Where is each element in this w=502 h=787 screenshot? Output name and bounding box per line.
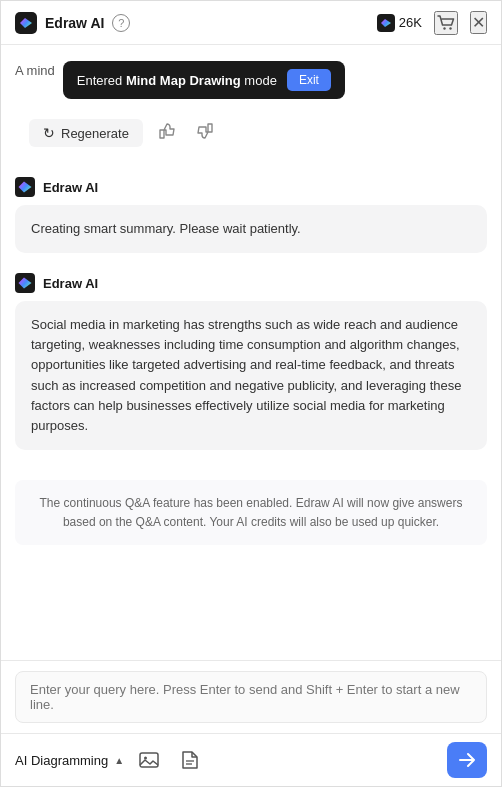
help-icon[interactable]: ? — [112, 14, 130, 32]
message-block-2: Edraw AI Social media in marketing has s… — [15, 273, 487, 450]
thumbs-up-button[interactable] — [153, 117, 181, 149]
regenerate-bar: ↻ Regenerate — [15, 109, 487, 157]
app-logo-icon — [15, 12, 37, 34]
app-title: Edraw AI — [45, 15, 104, 31]
chat-area: A mind Entered Mind Map Drawing mode Exi… — [1, 45, 501, 660]
input-area — [1, 660, 501, 733]
toast-text: Entered Mind Map Drawing mode — [77, 73, 277, 88]
bottom-toolbar: AI Diagramming ▲ — [1, 733, 501, 786]
message-bubble-2: Social media in marketing has strengths … — [15, 301, 487, 450]
sender-row-1: Edraw AI — [15, 177, 487, 197]
image-toolbar-button[interactable] — [134, 745, 164, 775]
message-content-2: Social media in marketing has strengths … — [31, 317, 461, 433]
info-note: The continuous Q&A feature has been enab… — [15, 480, 487, 545]
message-block-1: Edraw AI Creating smart summary. Please … — [15, 177, 487, 253]
credits-count: 26K — [399, 15, 422, 30]
message-content-1: Creating smart summary. Please wait pati… — [31, 221, 301, 236]
sender-name-2: Edraw AI — [43, 276, 98, 291]
svg-point-3 — [449, 27, 451, 29]
regenerate-label: Regenerate — [61, 126, 129, 141]
sender-logo-icon-2 — [15, 273, 35, 293]
header-left: Edraw AI ? — [15, 12, 130, 34]
svg-point-2 — [443, 27, 445, 29]
toast-bold-text: Mind Map Drawing — [126, 73, 241, 88]
svg-rect-6 — [140, 753, 158, 767]
message-bubble-1: Creating smart summary. Please wait pati… — [15, 205, 487, 253]
header-right: 26K ✕ — [377, 11, 487, 35]
app-window: Edraw AI ? — [0, 0, 502, 787]
document-toolbar-button[interactable] — [174, 745, 204, 775]
query-input[interactable] — [15, 671, 487, 723]
thumbs-down-button[interactable] — [191, 117, 219, 149]
sender-logo-icon-1 — [15, 177, 35, 197]
toast-bubble: Entered Mind Map Drawing mode Exit — [63, 61, 345, 99]
exit-button[interactable]: Exit — [287, 69, 331, 91]
ai-diagramming-button[interactable]: AI Diagramming ▲ — [15, 753, 124, 768]
sender-name-1: Edraw AI — [43, 180, 98, 195]
credits-logo-icon — [377, 14, 395, 32]
toast-text-after: mode — [241, 73, 277, 88]
close-button[interactable]: ✕ — [470, 11, 487, 34]
regenerate-icon: ↻ — [43, 125, 55, 141]
regenerate-button[interactable]: ↻ Regenerate — [29, 119, 143, 147]
dropdown-arrow-icon: ▲ — [114, 755, 124, 766]
ai-diagramming-label: AI Diagramming — [15, 753, 108, 768]
header: Edraw AI ? — [1, 1, 501, 45]
toast-prefix: A mind — [15, 61, 55, 78]
credits-badge: 26K — [377, 14, 422, 32]
cart-button[interactable] — [434, 11, 458, 35]
svg-point-7 — [144, 757, 147, 760]
toast-row: A mind Entered Mind Map Drawing mode Exi… — [15, 61, 487, 99]
send-button[interactable] — [447, 742, 487, 778]
toast-text-before: Entered — [77, 73, 126, 88]
sender-row-2: Edraw AI — [15, 273, 487, 293]
